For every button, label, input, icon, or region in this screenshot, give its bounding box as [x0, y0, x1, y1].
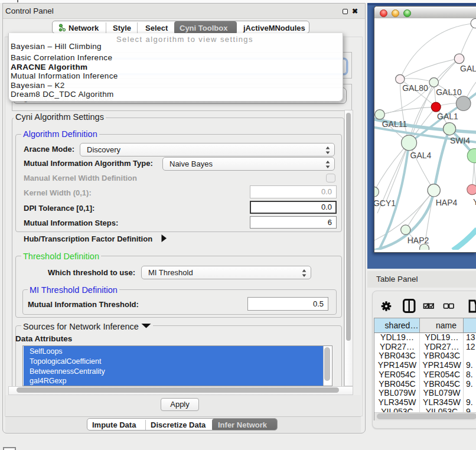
svg-text:HAP4: HAP4	[436, 198, 458, 207]
svg-text:GAL80: GAL80	[402, 83, 428, 93]
svg-text:GAL1: GAL1	[437, 112, 458, 121]
svg-text:SWI4: SWI4	[450, 136, 470, 145]
svg-text:GAL4: GAL4	[410, 151, 432, 160]
svg-text:Y: Y	[473, 197, 476, 207]
svg-text:GAL10: GAL10	[436, 87, 462, 97]
svg-text:GAL11: GAL11	[382, 119, 407, 129]
svg-text:GCY1: GCY1	[374, 198, 396, 208]
svg-text:HAP2: HAP2	[407, 236, 429, 245]
svg-text:GAL7: GAL7	[460, 64, 476, 73]
